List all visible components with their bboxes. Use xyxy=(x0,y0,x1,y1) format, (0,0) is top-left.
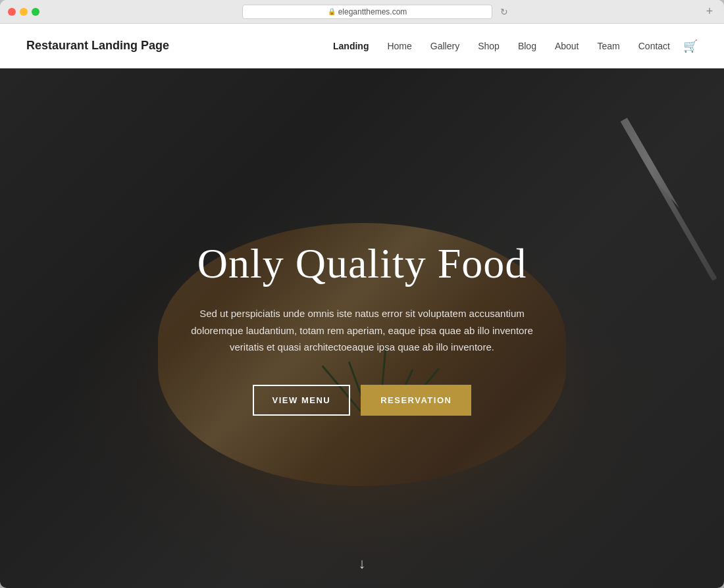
view-menu-button[interactable]: VIEW MENU xyxy=(253,385,351,416)
nav-item-contact[interactable]: Contact xyxy=(638,40,670,52)
nav-item-blog[interactable]: Blog xyxy=(518,40,536,52)
website-content: Restaurant Landing Page Landing Home Gal… xyxy=(0,24,724,588)
nav-item-gallery[interactable]: Gallery xyxy=(430,40,459,52)
dot-minimize[interactable] xyxy=(20,8,28,16)
browser-dots xyxy=(8,8,39,16)
nav-link-contact[interactable]: Contact xyxy=(638,41,670,51)
address-bar: 🔒 elegantthemes.com ↻ xyxy=(50,5,703,19)
hero-content: Only Quality Food Sed ut perspiciatis un… xyxy=(165,241,559,416)
new-tab-button[interactable]: + xyxy=(703,5,716,18)
browser-window: 🔒 elegantthemes.com ↻ + Restaurant Landi… xyxy=(0,0,724,588)
nav-link-home[interactable]: Home xyxy=(387,41,411,51)
nav-item-team[interactable]: Team xyxy=(598,40,620,52)
hero-title: Only Quality Food xyxy=(178,241,546,287)
nav-item-landing[interactable]: Landing xyxy=(333,40,369,52)
hero-buttons: VIEW MENU RESERVATION xyxy=(178,385,546,416)
browser-titlebar: 🔒 elegantthemes.com ↻ + xyxy=(0,0,724,24)
dot-maximize[interactable] xyxy=(32,8,39,16)
refresh-button[interactable]: ↻ xyxy=(498,5,511,18)
url-input[interactable]: 🔒 elegantthemes.com xyxy=(242,5,492,19)
url-text: elegantthemes.com xyxy=(338,7,407,16)
reservation-button[interactable]: RESERVATION xyxy=(361,385,471,416)
scroll-down-arrow[interactable]: ↓ xyxy=(359,555,366,572)
nav-item-shop[interactable]: Shop xyxy=(478,40,500,52)
cart-icon[interactable]: 🛒 xyxy=(683,39,698,53)
nav-link-blog[interactable]: Blog xyxy=(518,41,536,51)
nav-item-home[interactable]: Home xyxy=(387,40,411,52)
hero-section: Only Quality Food Sed ut perspiciatis un… xyxy=(0,68,724,588)
nav-item-about[interactable]: About xyxy=(555,40,579,52)
main-nav: Restaurant Landing Page Landing Home Gal… xyxy=(0,24,724,68)
nav-link-about[interactable]: About xyxy=(555,41,579,51)
dot-close[interactable] xyxy=(8,8,16,16)
nav-link-gallery[interactable]: Gallery xyxy=(430,41,459,51)
nav-link-team[interactable]: Team xyxy=(598,41,620,51)
lock-icon: 🔒 xyxy=(328,8,336,15)
nav-link-shop[interactable]: Shop xyxy=(478,41,500,51)
nav-link-landing[interactable]: Landing xyxy=(333,41,369,51)
site-logo: Restaurant Landing Page xyxy=(26,39,169,53)
nav-links: Landing Home Gallery Shop Blog About xyxy=(333,40,670,52)
hero-subtitle: Sed ut perspiciatis unde omnis iste natu… xyxy=(178,305,546,356)
